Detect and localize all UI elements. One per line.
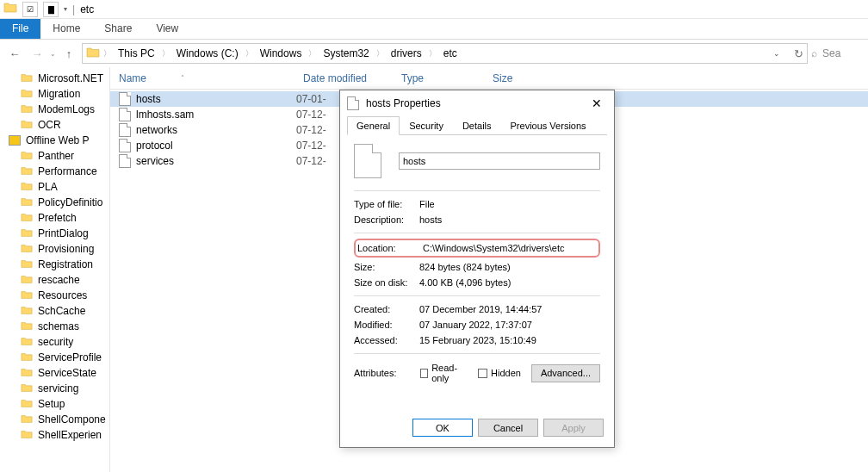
- sidebar-item[interactable]: SchCache: [0, 303, 109, 319]
- file-name: services: [136, 155, 296, 167]
- chevron-right-icon[interactable]: 〉: [160, 48, 171, 59]
- sidebar-item[interactable]: ServiceState: [0, 365, 109, 381]
- sidebar-item-label: security: [38, 336, 73, 348]
- folder-icon: [21, 289, 33, 303]
- sidebar-item[interactable]: Microsoft.NET: [0, 71, 109, 86]
- sidebar-item[interactable]: PLA: [0, 179, 109, 195]
- prop-label-size: Size:: [354, 262, 419, 272]
- sidebar-item[interactable]: Panther: [0, 148, 109, 164]
- folder-icon: [21, 211, 33, 226]
- sidebar-item-label: ServiceProfile: [38, 351, 102, 363]
- col-size[interactable]: Size: [484, 72, 561, 84]
- sidebar-item[interactable]: ShellCompone: [0, 412, 109, 427]
- close-icon[interactable]: ✕: [586, 95, 607, 112]
- sidebar-item-label: Microsoft.NET: [38, 72, 103, 84]
- sidebar-item-label: Migration: [38, 88, 80, 100]
- chevron-right-icon[interactable]: 〉: [307, 48, 318, 59]
- hidden-checkbox[interactable]: Hidden: [478, 368, 521, 378]
- sidebar-item[interactable]: security: [0, 334, 109, 350]
- sidebar-item-label: Performance: [38, 165, 97, 177]
- sidebar-item[interactable]: Provisioning: [0, 241, 109, 257]
- apply-button[interactable]: Apply: [543, 419, 604, 437]
- sidebar-item[interactable]: ShellExperien: [0, 427, 109, 443]
- crumb-system32[interactable]: System32: [319, 46, 372, 61]
- search-placeholder: Sea: [822, 47, 840, 59]
- up-button[interactable]: ↑: [59, 44, 78, 63]
- nav-tree[interactable]: Microsoft.NETMigrationModemLogsOCROfflin…: [0, 67, 110, 472]
- col-type[interactable]: Type: [393, 72, 484, 84]
- sidebar-item-label: OCR: [38, 119, 61, 131]
- file-icon: [347, 96, 359, 110]
- sidebar-item[interactable]: PolicyDefinitio: [0, 195, 109, 210]
- file-icon: [119, 92, 131, 106]
- col-date[interactable]: Date modified: [294, 72, 393, 84]
- sidebar-item[interactable]: Prefetch: [0, 210, 109, 226]
- sidebar-item[interactable]: OCR: [0, 117, 109, 133]
- search-box[interactable]: ⌕ Sea: [811, 47, 863, 59]
- file-icon: [119, 123, 131, 137]
- address-bar[interactable]: 〉 This PC 〉 Windows (C:) 〉 Windows 〉 Sys…: [82, 43, 808, 64]
- address-dropdown-icon[interactable]: ⌄: [773, 49, 780, 58]
- sidebar-item[interactable]: PrintDialog: [0, 226, 109, 241]
- forward-button[interactable]: →: [28, 44, 46, 63]
- prop-value-created: 07 December 2019, 14:44:57: [419, 304, 542, 314]
- readonly-checkbox[interactable]: Read-only: [420, 363, 468, 383]
- folder-icon: [21, 413, 33, 427]
- folder-icon: [21, 180, 33, 195]
- sidebar-item[interactable]: Registration: [0, 257, 109, 272]
- cancel-button[interactable]: Cancel: [478, 419, 538, 437]
- qat-properties-icon[interactable]: ☑: [22, 2, 38, 17]
- chevron-right-icon[interactable]: 〉: [102, 48, 113, 59]
- crumb-c[interactable]: Windows (C:): [173, 46, 242, 61]
- qat-newfolder-icon[interactable]: ▇: [43, 2, 59, 17]
- tab-share[interactable]: Share: [92, 19, 144, 39]
- folder-icon: [21, 335, 33, 350]
- filename-input[interactable]: [399, 152, 600, 170]
- sidebar-item-label: ModemLogs: [38, 103, 95, 115]
- chevron-right-icon[interactable]: 〉: [244, 48, 255, 59]
- col-name[interactable]: Name ˄: [110, 72, 294, 84]
- tab-details[interactable]: Details: [453, 116, 501, 135]
- prop-value-desc: hosts: [419, 214, 442, 225]
- prop-label-loc: Location:: [357, 243, 423, 253]
- sidebar-item[interactable]: servicing: [0, 381, 109, 396]
- back-button[interactable]: ←: [5, 44, 24, 63]
- crumb-windows[interactable]: Windows: [257, 46, 306, 61]
- tab-previous-versions[interactable]: Previous Versions: [501, 116, 596, 135]
- file-icon: [354, 144, 381, 178]
- sidebar-item-label: PLA: [38, 181, 58, 193]
- prop-value-type: File: [419, 199, 435, 209]
- sidebar-item[interactable]: rescache: [0, 272, 109, 288]
- refresh-icon[interactable]: ↻: [794, 47, 803, 60]
- history-dropdown-icon[interactable]: ⌄: [50, 50, 56, 58]
- dialog-titlebar[interactable]: hosts Properties ✕: [340, 90, 614, 116]
- prop-label-attr: Attributes:: [354, 368, 410, 378]
- sidebar-item[interactable]: Resources: [0, 288, 109, 303]
- sidebar-item[interactable]: Offline Web P: [0, 133, 109, 148]
- tab-file[interactable]: File: [0, 19, 40, 39]
- tab-general[interactable]: General: [347, 116, 400, 135]
- sidebar-item-label: Resources: [38, 289, 87, 301]
- sidebar-item[interactable]: Migration: [0, 86, 109, 102]
- crumb-etc[interactable]: etc: [440, 46, 461, 61]
- prop-label-created: Created:: [354, 304, 419, 314]
- sidebar-item-label: Registration: [38, 258, 93, 270]
- qat-dropdown-icon[interactable]: ▾: [64, 5, 67, 13]
- tab-home[interactable]: Home: [40, 19, 92, 39]
- crumb-thispc[interactable]: This PC: [115, 46, 158, 61]
- sidebar-item[interactable]: ServiceProfile: [0, 350, 109, 365]
- crumb-drivers[interactable]: drivers: [388, 46, 425, 61]
- sidebar-item[interactable]: Performance: [0, 164, 109, 179]
- chevron-right-icon[interactable]: 〉: [427, 48, 438, 59]
- chevron-right-icon[interactable]: 〉: [375, 48, 386, 59]
- sidebar-item[interactable]: schemas: [0, 319, 109, 334]
- tab-view[interactable]: View: [144, 19, 190, 39]
- title-separator: |: [72, 3, 75, 16]
- sidebar-item[interactable]: Setup: [0, 396, 109, 412]
- ok-button[interactable]: OK: [412, 419, 473, 437]
- folder-icon: [21, 428, 33, 443]
- tab-security[interactable]: Security: [400, 116, 453, 135]
- sidebar-item-label: rescache: [38, 274, 80, 286]
- advanced-button[interactable]: Advanced...: [531, 364, 600, 382]
- sidebar-item[interactable]: ModemLogs: [0, 102, 109, 117]
